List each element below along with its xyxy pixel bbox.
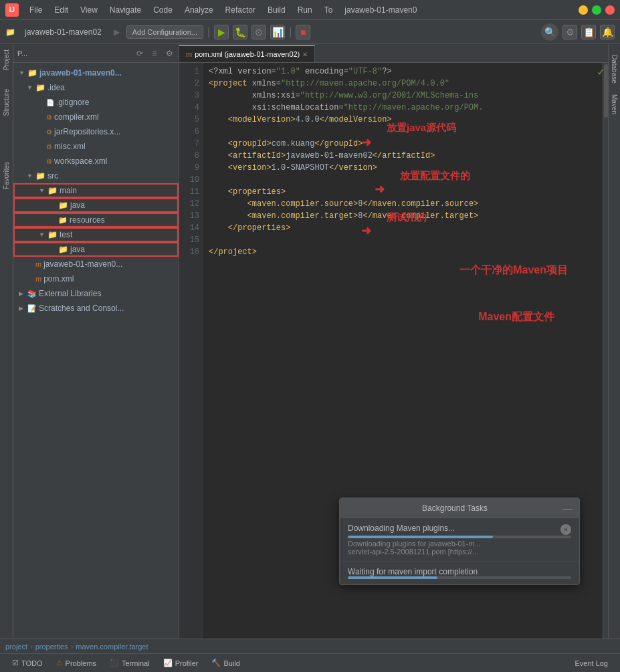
icon-external-libs: 📚 (27, 290, 37, 298)
coverage-button[interactable]: ⊙ (251, 25, 266, 39)
menu-bar: File Edit View Navigate Code Analyze Ref… (24, 4, 422, 16)
build-icon: 🔨 (211, 659, 221, 667)
menu-edit[interactable]: Edit (49, 4, 74, 16)
menu-navigate[interactable]: Navigate (104, 4, 146, 16)
tree-item-test[interactable]: ▼ 📁 test (13, 227, 179, 242)
build-button[interactable]: 🔨 Build (205, 654, 246, 673)
breadcrumb-target[interactable]: maven.compiler.target (76, 643, 148, 651)
vcs-button[interactable]: 📋 (581, 25, 596, 39)
tab-file-icon: m (186, 50, 192, 58)
tab-close-button[interactable]: ✕ (302, 51, 308, 58)
tree-item-maven-file[interactable]: m javaweb-01-maven0... (13, 257, 179, 271)
event-log-button[interactable]: Event Log (568, 654, 615, 673)
tree-item-java-test[interactable]: 📁 java (13, 242, 179, 257)
menu-code[interactable]: Code (148, 4, 178, 16)
folder-icon-resources: 📁 (58, 216, 68, 225)
stop-button[interactable]: ■ (296, 25, 310, 39)
add-configuration-button[interactable]: Add Configuration... (126, 25, 203, 39)
background-tasks-popup: Background Tasks — Downloading Maven plu… (339, 497, 580, 585)
tree-item-external-libs[interactable]: ▶ 📚 External Libraries (13, 286, 179, 301)
tree-item-src[interactable]: ▼ 📁 src (13, 169, 179, 183)
tree-item-pom[interactable]: m pom.xml (13, 271, 179, 286)
title-bar: IJ File Edit View Navigate Code Analyze … (0, 0, 620, 20)
problems-icon: ⚠ (56, 659, 63, 667)
file-icon-pom: m (35, 275, 41, 283)
tree-item-idea[interactable]: ▼ 📁 .idea (13, 80, 179, 95)
file-icon: ⚙ (46, 128, 52, 136)
scrollbar-vertical[interactable] (603, 63, 608, 639)
tree-item-compiler[interactable]: ⚙ compiler.xml (13, 110, 179, 124)
code-line-10 (209, 174, 603, 186)
menu-tools[interactable]: To (319, 4, 338, 16)
run-button[interactable]: ▶ (214, 25, 229, 39)
settings-button[interactable]: ⚙ (562, 25, 577, 39)
menu-refactor[interactable]: Refactor (220, 4, 261, 16)
tree-item-resources[interactable]: 📁 resources (13, 213, 179, 227)
tree-item-main[interactable]: ▼ 📁 main (13, 183, 179, 198)
collapse-all-button[interactable]: ≡ (149, 48, 160, 59)
problems-button[interactable]: ⚠ Problems (49, 654, 103, 673)
bg-task-1: Downloading Maven plugins... ✕ Downloadi… (340, 518, 579, 562)
settings-tree-button[interactable]: ⚙ (164, 48, 175, 59)
todo-button[interactable]: ☑ TODO (5, 654, 49, 673)
tree-item-gitignore[interactable]: 📄 .gitignore (13, 95, 179, 110)
editor-area: m pom.xml (javaweb-01-maven02) ✕ 12345 6… (179, 44, 608, 639)
bg-task-2: Waiting for maven import completion (340, 562, 579, 584)
tree-item-scratches[interactable]: ▶ 📝 Scratches and Consol... (13, 301, 179, 316)
bg-task-1-cancel[interactable]: ✕ (560, 524, 571, 535)
notifications-button[interactable]: 🔔 (600, 25, 615, 39)
debug-button[interactable]: 🐛 (233, 25, 247, 39)
app-logo: IJ (5, 3, 19, 17)
folder-icon: 📁 (35, 83, 45, 92)
structure-sidebar-label[interactable]: Structure (1, 86, 11, 119)
menu-build[interactable]: Build (262, 4, 291, 16)
project-name: javaweb-01-maven02 (19, 27, 107, 37)
menu-file[interactable]: File (24, 4, 47, 16)
profile-button[interactable]: 📊 (270, 25, 285, 39)
todo-icon: ☑ (12, 659, 19, 667)
profiler-button[interactable]: 📈 Profiler (157, 654, 205, 673)
project-panel-title: P... (17, 49, 27, 58)
code-line-2: <project xmlns="http://maven.apache.org/… (209, 78, 603, 90)
tree-item-jar[interactable]: ⚙ jarRepositories.x... (13, 124, 179, 139)
breadcrumb-project[interactable]: project (5, 643, 27, 651)
code-line-11: <properties> (209, 186, 603, 198)
tree-item-misc[interactable]: ⚙ misc.xml (13, 139, 179, 154)
code-line-12: <maven.compiler.source>8</maven.compiler… (209, 198, 603, 210)
menu-run[interactable]: Run (292, 4, 318, 16)
progress-fill-2 (348, 576, 437, 579)
tree-item-root[interactable]: ▼ 📁 javaweb-01-maven0... (13, 66, 179, 80)
terminal-icon: ⬛ (110, 659, 119, 667)
breadcrumb-properties[interactable]: properties (35, 643, 68, 651)
folder-icon-java-test: 📁 (58, 245, 68, 254)
scrollbar-thumb[interactable] (604, 64, 608, 118)
maximize-button[interactable] (592, 5, 601, 15)
tree-item-java-main[interactable]: 📁 java (13, 198, 179, 213)
tree-item-workspace[interactable]: ⚙ workspace.xml (13, 154, 179, 169)
terminal-button[interactable]: ⬛ Terminal (103, 654, 157, 673)
project-panel-header: P... ⟳ ≡ ⚙ (13, 44, 179, 63)
editor-tabs: m pom.xml (javaweb-01-maven02) ✕ (179, 44, 608, 63)
database-sidebar-label[interactable]: Database (609, 49, 619, 89)
maven-sidebar-label[interactable]: Maven (609, 89, 619, 120)
bg-task-2-label: Waiting for maven import completion (348, 567, 478, 576)
project-icon: 📁 (5, 27, 15, 37)
project-sidebar-label[interactable]: Project (1, 47, 11, 73)
menu-analyze[interactable]: Analyze (179, 4, 219, 16)
tab-label: pom.xml (javaweb-01-maven02) (195, 50, 300, 58)
icon-scratches: 📝 (27, 304, 37, 313)
progress-fill-1 (348, 536, 493, 538)
file-icon: ⚙ (46, 143, 52, 150)
line-numbers: 12345 678910 1112131415 16 (179, 63, 203, 639)
breadcrumb-bar: project › properties › maven.compiler.ta… (0, 639, 620, 653)
close-button[interactable] (605, 5, 615, 15)
file-icon: 📄 (46, 99, 54, 106)
sync-button[interactable]: ⟳ (134, 48, 145, 59)
search-everywhere-button[interactable]: 🔍 (541, 23, 558, 41)
minimize-button[interactable] (579, 5, 588, 15)
menu-view[interactable]: View (75, 4, 103, 16)
favorites-sidebar-label[interactable]: Favorites (1, 159, 11, 192)
bg-task-1-progress (348, 536, 571, 538)
editor-tab-pom[interactable]: m pom.xml (javaweb-01-maven02) ✕ (179, 45, 315, 62)
bg-tasks-minimize-button[interactable]: — (563, 503, 573, 514)
